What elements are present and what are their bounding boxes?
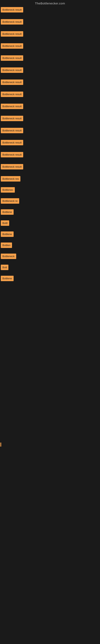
list-item: Bottleneck result [0,30,100,42]
list-item: Bottleneck result [0,139,100,151]
list-item: Bott [0,264,100,274]
bottleneck-label: Bottleneck result [1,19,23,24]
bottleneck-label: Bottleneck result [1,104,23,109]
bottleneck-label: Bottlenec [1,187,15,192]
bottleneck-label: Bottlene [1,232,14,237]
bottleneck-label: Bottleneck [1,254,16,259]
list-item: Bottleneck result [0,42,100,54]
bottleneck-label: Bottleneck result [1,55,23,61]
bottleneck-label: Bottl [1,220,9,226]
list-item: Bottleneck result [0,90,100,102]
empty-section [0,286,100,527]
bottleneck-label: Bottleneck res [1,176,20,182]
list-item: Bottlene [0,274,100,286]
list-item: Bottleneck result [0,163,100,175]
list-item: Bottl [0,219,100,230]
bottleneck-label: Bottleneck result [1,152,23,158]
list-item: Bottleneck result [0,151,100,163]
list-item: Bottleneck result [0,18,100,30]
list-item: Bottleneck result [0,6,100,18]
list-item: Bottleneck re [0,197,100,208]
bottleneck-label: Bottleneck result [1,31,23,37]
bottleneck-label: Bottleneck result [1,68,23,73]
bottleneck-label: Bottleneck result [1,7,23,12]
bottleneck-label: Bottleneck result [1,92,23,97]
bottleneck-label: Bottlen [1,242,12,248]
list-item: Bottleneck result [0,54,100,66]
bottleneck-label: Bottleneck result [1,43,23,49]
list-item: Bottleneck result [0,102,100,114]
list-item: Bottleneck result [0,78,100,90]
bottleneck-label: Bottleneck result [1,128,23,133]
list-item: Bottleneck result [0,66,100,78]
site-title: TheBottlenecker.com [0,0,100,6]
list-item: Bottlene [0,230,100,241]
list-item: Bottleneck res [0,175,100,186]
list-item: Bottleneck result [0,126,100,139]
bottleneck-label: Bottleneck result [1,80,23,85]
list-item: Bottleneck [0,252,100,264]
bottleneck-label: Bottleneck result [1,140,23,145]
bottleneck-label: Bottlene [1,209,14,215]
bottleneck-label: Bottleneck re [1,198,19,204]
bottleneck-label: Bott [1,265,8,270]
indicator-bar [0,442,1,446]
list-item: Bottlenec [0,186,100,197]
list-item: Bottleneck result [0,114,100,126]
page-wrapper: TheBottlenecker.com Bottleneck result Bo… [0,0,100,527]
bottleneck-label: Bottleneck result [1,116,23,121]
list-item: Bottlene [0,208,100,219]
list-item: Bottlen [0,241,100,252]
bottleneck-label: Bottlene [1,276,14,281]
bottleneck-label: Bottleneck result [1,164,23,170]
